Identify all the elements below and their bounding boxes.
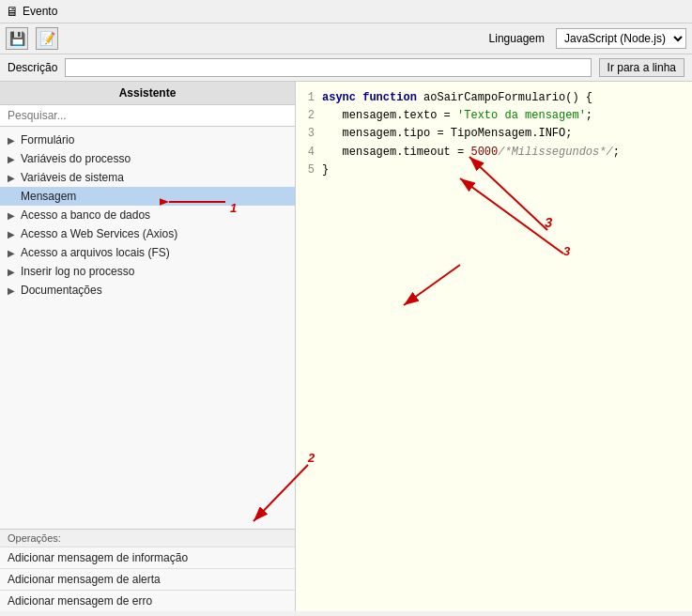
edit-icon: 📝 (39, 31, 55, 46)
sidebar-item-label: Variáveis de sistema (21, 171, 124, 184)
toolbar: 💾 📝 Linguagem JavaScript (Node.js) Pytho… (0, 23, 692, 54)
sidebar-item-formulario[interactable]: ▶ Formulário (0, 131, 295, 149)
expand-arrow-icon: ▶ (8, 267, 15, 277)
sidebar-item-documentacoes[interactable]: ▶ Documentações (0, 281, 295, 300)
add-info-message-button[interactable]: Adicionar mensagem de informação (0, 547, 295, 568)
sidebar-item-label: Inserir log no processo (21, 265, 134, 278)
add-alert-message-button[interactable]: Adicionar mensagem de alerta (0, 568, 295, 590)
sidebar-item-label: Acesso a banco de dados (21, 208, 150, 222)
line-numbers: 1 2 3 4 5 (300, 89, 322, 179)
window-title: Evento (23, 5, 57, 18)
expand-arrow-icon: ▶ (8, 154, 15, 164)
sidebar-item-label: Acesso a Web Services (Axios) (21, 227, 177, 240)
description-label: Descrição (8, 61, 57, 74)
sidebar-item-variaveis-sistema[interactable]: ▶ Variáveis de sistema (0, 168, 295, 187)
expand-arrow-icon: ▶ (8, 248, 15, 258)
search-input[interactable] (0, 105, 295, 127)
language-label: Linguagem (489, 32, 545, 45)
code-editor[interactable]: 1 2 3 4 5 async function aoSairCampoForm… (296, 82, 692, 611)
sidebar-item-web-services[interactable]: ▶ Acesso a Web Services (Axios) (0, 224, 295, 243)
code-area: 1 2 3 4 5 async function aoSairCampoForm… (300, 89, 684, 179)
sidebar-item-label: Variáveis do processo (21, 152, 131, 165)
expand-arrow-icon: ▶ (8, 173, 15, 183)
sidebar-header: Assistente (0, 82, 295, 105)
edit-button[interactable]: 📝 (36, 27, 58, 50)
sidebar-item-label: Formulário (21, 133, 74, 146)
svg-line-1 (404, 265, 460, 305)
sidebar-item-inserir-log[interactable]: ▶ Inserir log no processo (0, 262, 295, 281)
language-select[interactable]: JavaScript (Node.js) Python Java (556, 28, 686, 49)
expand-arrow-icon: ▶ (8, 135, 15, 146)
description-input[interactable] (65, 58, 591, 77)
title-bar: 🖥 Evento (0, 0, 692, 23)
svg-text:3: 3 (545, 216, 553, 231)
sidebar-item-label: Documentações (21, 284, 102, 297)
expand-arrow-icon: ▶ (8, 210, 15, 221)
operations-panel: Operações: Adicionar mensagem de informa… (0, 529, 295, 611)
description-bar: Descrição Ir para a linha (0, 54, 692, 82)
sidebar-item-label: Acesso a arquivos locais (FS) (21, 246, 170, 259)
goto-line-button[interactable]: Ir para a linha (599, 58, 684, 77)
sidebar-item-label: Mensagem (21, 190, 76, 203)
add-error-message-button[interactable]: Adicionar mensagem de erro (0, 590, 295, 611)
main-area: Assistente ▶ Formulário ▶ Variáveis do p… (0, 82, 692, 611)
sidebar-item-variaveis-processo[interactable]: ▶ Variáveis do processo (0, 149, 295, 168)
save-icon: 💾 (9, 31, 25, 46)
sidebar-tree: ▶ Formulário ▶ Variáveis do processo ▶ V… (0, 127, 295, 529)
sidebar-item-arquivos-locais[interactable]: ▶ Acesso a arquivos locais (FS) (0, 243, 295, 262)
sidebar: Assistente ▶ Formulário ▶ Variáveis do p… (0, 82, 296, 611)
window-icon: 🖥 (6, 4, 19, 19)
sidebar-item-banco-dados[interactable]: ▶ Acesso a banco de dados (0, 206, 295, 224)
sidebar-item-mensagem[interactable]: ▶ Mensagem (0, 187, 295, 206)
expand-arrow-icon: ▶ (8, 229, 15, 239)
expand-arrow-icon: ▶ (8, 285, 15, 296)
save-button[interactable]: 💾 (6, 27, 28, 50)
code-content: async function aoSairCampoFormulario() {… (322, 89, 684, 179)
operations-label: Operações: (0, 530, 295, 547)
